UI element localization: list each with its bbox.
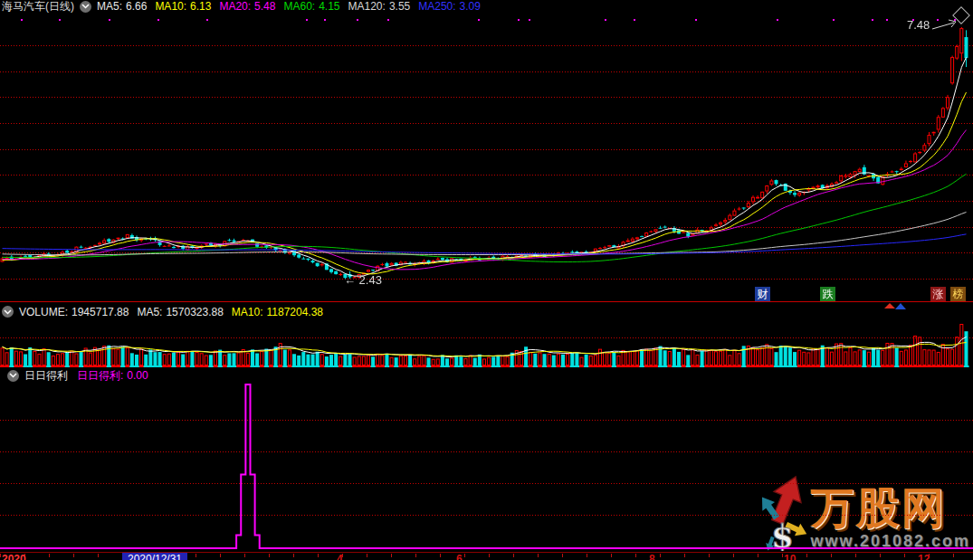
candlestick-chart[interactable] (0, 13, 973, 301)
volume-ma10-readout: MA10:1187204.38 (232, 306, 323, 318)
axis-year-label: 2020 (2, 553, 26, 560)
chevron-down-icon[interactable] (7, 370, 19, 382)
high-price-annotation: 7.48 (907, 18, 961, 32)
rise-button[interactable]: 涨 (930, 287, 946, 301)
stock-chart-window: 海马汽车(日线) MA5:6.66 MA10:6.13 MA20:5.48 MA… (0, 0, 973, 560)
fall-button[interactable]: 跌 (820, 287, 835, 301)
ma5-readout: MA5:6.66 (97, 0, 147, 13)
axis-month-label: 4 (337, 553, 343, 560)
indicator-chart[interactable] (0, 384, 973, 552)
indicator-readout: 日日得利:0.00 (77, 368, 148, 384)
ma20-readout: MA20:5.48 (219, 0, 275, 13)
low-price-annotation: ← 2.43 (344, 273, 382, 287)
chevron-down-icon[interactable] (80, 1, 91, 13)
chevron-down-icon[interactable] (2, 306, 14, 318)
stock-title: 海马汽车(日线) (2, 0, 74, 13)
indicator-header: 日日得利 日日得利:0.00 (0, 368, 973, 383)
pane-separator (0, 301, 973, 302)
selected-date-box: 2020/12/31 (122, 553, 187, 560)
up-arrows-icon[interactable] (884, 288, 897, 301)
axis-month-label: 12 (918, 553, 930, 560)
volume-chart[interactable] (0, 320, 973, 367)
axis-month-label: 6 (456, 553, 463, 560)
ma60-readout: MA60:4.15 (283, 0, 339, 13)
finance-button[interactable]: 财 (755, 287, 770, 301)
indicator-name: 日日得利 (24, 368, 68, 384)
ma120-readout: MA120:3.55 (348, 0, 411, 13)
main-chart-header: 海马汽车(日线) MA5:6.66 MA10:6.13 MA20:5.48 MA… (0, 0, 973, 13)
volume-header: VOLUME:1945717.88 MA5:1570323.88 MA10:11… (0, 304, 973, 319)
ranking-button[interactable]: 榜 (950, 287, 966, 301)
axis-month-label: 8 (649, 553, 655, 560)
volume-readout: VOLUME:1945717.88 (19, 306, 129, 318)
axis-month-label: 10 (784, 553, 796, 560)
date-axis[interactable]: 2020 2020/12/31 4 6 8 10 12 (0, 552, 973, 560)
volume-ma5-readout: MA5:1570323.88 (137, 306, 223, 318)
ma250-readout: MA250:3.09 (418, 0, 481, 13)
ma10-readout: MA10:6.13 (155, 0, 211, 13)
